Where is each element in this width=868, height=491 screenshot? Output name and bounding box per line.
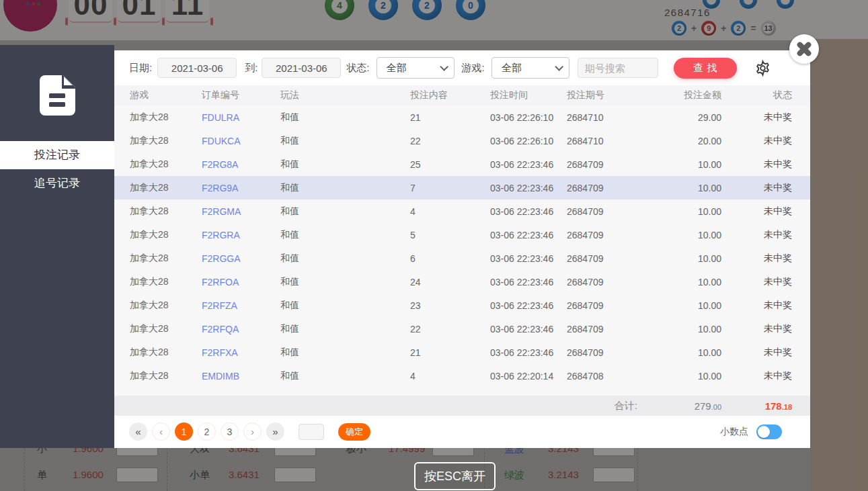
table-row[interactable]: 加拿大28 FDULRA 和值 21 03-06 22:26:10 268471… bbox=[114, 105, 810, 129]
cell-amount: 10.00 bbox=[666, 347, 721, 358]
table-header: 游戏 订单编号 玩法 投注内容 投注时间 投注期号 投注金额 状态 bbox=[114, 85, 810, 105]
cell-game: 加拿大28 bbox=[130, 229, 202, 241]
sidebar-item-chase-records[interactable]: 追号记录 bbox=[0, 169, 114, 197]
first-page-button[interactable]: « bbox=[129, 422, 147, 441]
cell-play: 和值 bbox=[280, 111, 410, 124]
cell-period: 2684709 bbox=[567, 253, 666, 264]
cell-amount: 10.00 bbox=[666, 300, 721, 311]
cell-status: 未中奖 bbox=[721, 253, 792, 265]
cell-amount: 10.00 bbox=[666, 183, 721, 193]
game-select[interactable]: 全部 bbox=[491, 57, 569, 79]
page-jump-input[interactable] bbox=[299, 424, 324, 440]
cell-order-link[interactable]: F2RFZA bbox=[202, 300, 280, 311]
table-row[interactable]: 加拿大28 FDUKCA 和值 22 03-06 22:26:10 268471… bbox=[114, 129, 810, 152]
cell-order-link[interactable]: F2RGGA bbox=[202, 253, 280, 264]
cell-order-link[interactable]: F2RFXA bbox=[202, 347, 280, 358]
cell-game: 加拿大28 bbox=[130, 182, 202, 194]
decimal-point-label: 小数点 bbox=[720, 426, 748, 438]
status-label: 状态: bbox=[346, 62, 369, 75]
total-amount: 279.00 bbox=[666, 400, 721, 412]
period-search-input[interactable] bbox=[578, 58, 658, 78]
cell-content: 22 bbox=[410, 136, 490, 146]
cell-time: 03-06 22:23:46 bbox=[490, 159, 567, 170]
cell-order-link[interactable]: FDUKCA bbox=[202, 136, 280, 146]
cell-amount: 10.00 bbox=[666, 371, 721, 382]
screen: 28 00 01 11 4 2 2 0 2684716 2 + 9 + 2 = … bbox=[0, 0, 868, 491]
cell-time: 03-06 22:23:46 bbox=[490, 277, 567, 287]
cell-order-link[interactable]: F2RGMA bbox=[202, 206, 280, 217]
header-order: 订单编号 bbox=[202, 89, 280, 101]
cell-game: 加拿大28 bbox=[130, 135, 202, 147]
cell-order-link[interactable]: F2RFQA bbox=[202, 324, 280, 334]
status-select-value: 全部 bbox=[387, 62, 407, 75]
cell-order-link[interactable]: F2RG9A bbox=[202, 183, 280, 193]
table-row[interactable]: 加拿大28 F2RFQA 和值 22 03-06 22:23:46 268470… bbox=[114, 317, 810, 341]
cell-status: 未中奖 bbox=[721, 323, 792, 335]
page-button-1[interactable]: 1 bbox=[175, 422, 193, 441]
cell-game: 加拿大28 bbox=[130, 323, 202, 335]
header-period: 投注期号 bbox=[567, 89, 666, 101]
settings-gear-icon[interactable] bbox=[754, 60, 771, 77]
cell-amount: 29.00 bbox=[666, 112, 721, 123]
date-from-input[interactable] bbox=[157, 58, 237, 78]
status-select[interactable]: 全部 bbox=[377, 57, 455, 79]
cell-status: 未中奖 bbox=[721, 370, 792, 382]
next-page-button[interactable]: › bbox=[243, 422, 262, 441]
cell-status: 未中奖 bbox=[721, 159, 792, 171]
search-button[interactable]: 查找 bbox=[674, 58, 737, 79]
cell-order-link[interactable]: F2RG8A bbox=[202, 159, 280, 170]
last-page-button[interactable]: » bbox=[266, 422, 284, 441]
cell-time: 03-06 22:23:46 bbox=[490, 253, 567, 264]
header-time: 投注时间 bbox=[490, 89, 567, 101]
cell-play: 和值 bbox=[280, 229, 410, 241]
cell-content: 7 bbox=[410, 183, 490, 193]
cell-order-link[interactable]: FDULRA bbox=[202, 112, 280, 123]
cell-game: 加拿大28 bbox=[130, 370, 202, 382]
table-row[interactable]: 加拿大28 F2RFOA 和值 24 03-06 22:23:46 268470… bbox=[114, 270, 810, 294]
cell-period: 2684709 bbox=[567, 324, 666, 334]
cell-period: 2684709 bbox=[567, 159, 666, 170]
table-row[interactable]: 加拿大28 F2RGGA 和值 6 03-06 22:23:46 2684709… bbox=[114, 247, 810, 270]
cell-content: 21 bbox=[410, 347, 490, 358]
cell-time: 03-06 22:26:10 bbox=[490, 136, 567, 146]
table-row[interactable]: 加拿大28 EMDIMB 和值 4 03-06 22:20:14 2684708… bbox=[114, 364, 810, 388]
table-row[interactable]: 加拿大28 F2RFXA 和值 21 03-06 22:23:46 268470… bbox=[114, 341, 810, 364]
confirm-page-button[interactable]: 确定 bbox=[338, 423, 370, 441]
table-row[interactable]: 加拿大28 F2RG8A 和值 25 03-06 22:23:46 268470… bbox=[114, 152, 810, 176]
sidebar-item-bet-records[interactable]: 投注记录 bbox=[0, 141, 114, 169]
page-button-3[interactable]: 3 bbox=[221, 422, 239, 441]
cell-play: 和值 bbox=[280, 135, 410, 147]
table-body: 加拿大28 FDULRA 和值 21 03-06 22:26:10 268471… bbox=[114, 105, 810, 396]
document-icon bbox=[39, 75, 75, 118]
cell-amount: 10.00 bbox=[666, 230, 721, 240]
page-button-2[interactable]: 2 bbox=[198, 422, 216, 441]
table-row[interactable]: 加拿大28 F2RFZA 和值 23 03-06 22:23:46 268470… bbox=[114, 294, 810, 317]
cell-order-link[interactable]: EMDIMB bbox=[202, 371, 280, 382]
cell-amount: 10.00 bbox=[666, 159, 721, 170]
cell-status: 未中奖 bbox=[721, 276, 792, 288]
cell-play: 和值 bbox=[280, 347, 410, 359]
table-row[interactable]: 加拿大28 F2RG9A 和值 7 03-06 22:23:46 2684709… bbox=[114, 176, 810, 199]
header-amount: 投注金额 bbox=[666, 89, 721, 101]
cell-game: 加拿大28 bbox=[130, 300, 202, 312]
table-row[interactable]: 加拿大28 F2RGMA 和值 4 03-06 22:23:46 2684709… bbox=[114, 199, 810, 223]
total-win: 178.18 bbox=[721, 400, 792, 412]
cell-period: 2684708 bbox=[567, 371, 666, 382]
toggle-knob bbox=[758, 426, 770, 438]
cell-play: 和值 bbox=[280, 253, 410, 265]
cell-period: 2684709 bbox=[567, 277, 666, 287]
cell-play: 和值 bbox=[280, 206, 410, 218]
cell-amount: 20.00 bbox=[666, 136, 721, 146]
cell-play: 和值 bbox=[280, 300, 410, 312]
table-row[interactable]: 加拿大28 F2RGRA 和值 5 03-06 22:23:46 2684709… bbox=[114, 223, 810, 247]
cell-amount: 10.00 bbox=[666, 324, 721, 334]
decimal-toggle[interactable] bbox=[756, 425, 782, 439]
cell-order-link[interactable]: F2RGRA bbox=[202, 230, 280, 240]
prev-page-button[interactable]: ‹ bbox=[152, 422, 170, 441]
cell-order-link[interactable]: F2RFOA bbox=[202, 277, 280, 287]
close-modal-button[interactable] bbox=[789, 34, 819, 64]
header-content: 投注内容 bbox=[410, 89, 490, 101]
cell-time: 03-06 22:26:10 bbox=[490, 112, 567, 123]
cell-status: 未中奖 bbox=[721, 206, 792, 218]
date-to-input[interactable] bbox=[262, 58, 341, 78]
